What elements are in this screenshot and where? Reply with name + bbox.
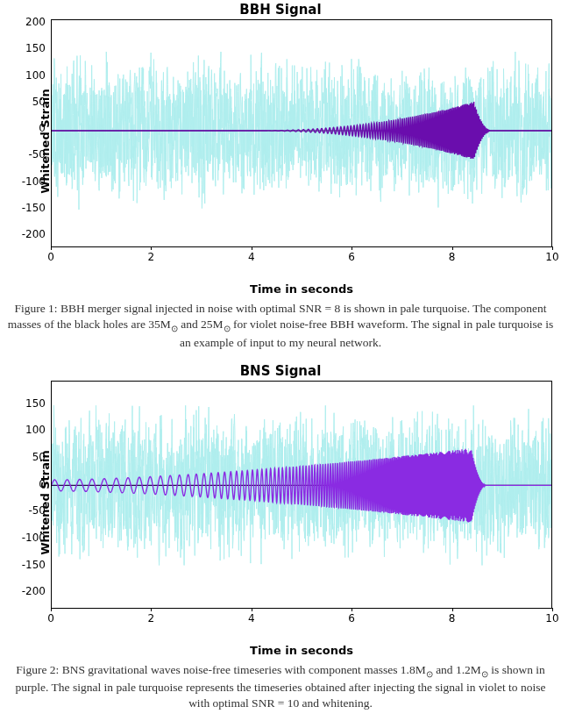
x-tick-labels: 0 2 4 6 8 10 (51, 609, 552, 625)
y-tick-labels: -200 -150 -100 -50 0 50 100 150 200 (18, 19, 47, 247)
x-axis-label: Time in seconds (42, 644, 561, 657)
plot-area (51, 19, 552, 247)
figure-2-bns: BNS Signal Whitened Strain -200 -150 -10… (0, 363, 561, 712)
chart-title: BNS Signal (0, 363, 561, 379)
x-axis-label: Time in seconds (42, 282, 561, 296)
chart-svg (52, 382, 551, 608)
figure-2-caption: Figure 2: BNS gravitational waves noise-… (5, 662, 556, 712)
figure-1-caption: Figure 1: BBH merger signal injected in … (5, 301, 556, 351)
chart-svg (52, 20, 551, 246)
y-tick-labels: -200 -150 -100 -50 0 50 100 150 (18, 381, 47, 609)
x-tick-labels: 0 2 4 6 8 10 (51, 247, 552, 263)
plot-area (51, 381, 552, 609)
figure-1-bbh: BBH Signal Whitened Strain -200 -150 -10… (0, 2, 561, 351)
chart-title: BBH Signal (0, 2, 561, 18)
